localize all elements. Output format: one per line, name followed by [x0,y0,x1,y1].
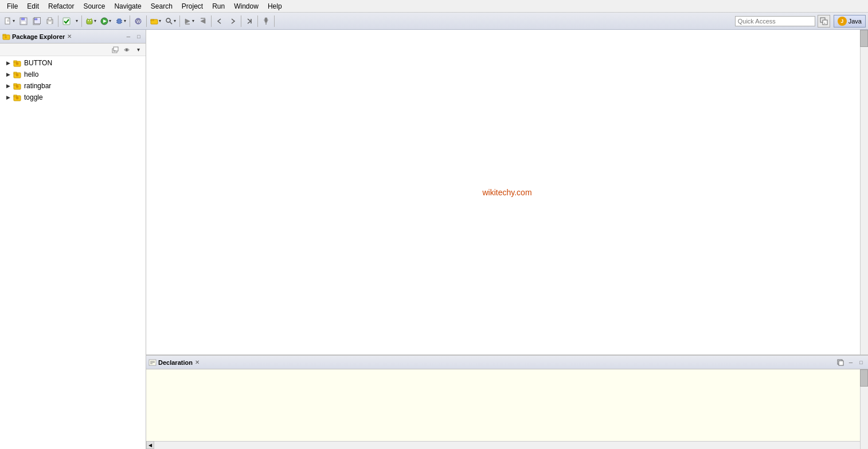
main-layout: Package Explorer ✕ ─ □ [0,30,868,449]
quick-access-area: + J Java [735,15,866,27]
link-with-editor-icon [123,46,131,54]
next-edit-button[interactable] [243,15,256,27]
svg-line-17 [87,18,88,19]
search-tool-button[interactable]: ▾ [163,15,178,27]
decl-scrollbar-v-thumb[interactable] [860,369,868,387]
maximize-panel-button[interactable]: □ [134,33,143,41]
svg-point-56 [16,73,19,76]
next-annotation-icon [183,17,191,25]
declaration-icon [148,359,157,367]
icon-button [13,58,22,68]
java-label: Java [849,18,862,25]
package-explorer-title: Package Explorer [12,33,65,40]
menu-file[interactable]: File [2,1,22,11]
arrow-toggle: ▶ [5,94,11,101]
svg-point-59 [16,85,19,88]
debug-button[interactable]: ▾ [114,15,128,27]
java-perspective-button[interactable]: J Java [834,15,866,27]
decl-scrollbar-v[interactable] [860,369,868,449]
prev-annotation-icon [199,17,207,25]
panel-controls: ─ □ [124,33,143,41]
menu-help[interactable]: Help [263,1,287,11]
open-button[interactable]: ▾ [148,15,163,27]
svg-line-18 [91,18,92,19]
save-icon [19,17,28,25]
minimize-panel-button[interactable]: ─ [124,33,133,41]
svg-rect-11 [48,18,52,20]
decl-scrollbar-left-arrow[interactable]: ◀ [146,441,154,449]
check-dropdown-button[interactable]: ▾ [73,15,80,27]
menu-run[interactable]: Run [208,1,229,11]
run-button[interactable]: ▾ [99,15,113,27]
pin-button[interactable] [260,15,272,27]
android-arrow: ▾ [94,18,96,23]
back-icon [216,17,224,25]
menu-navigate[interactable]: Navigate [110,1,146,11]
perspective-open-icon: + [820,17,828,25]
arrow-button: ▶ [5,60,11,66]
forward-button[interactable] [226,15,239,27]
svg-text:W: W [136,19,141,24]
prev-annotation-button[interactable] [197,15,209,27]
editor-area[interactable]: wikitechy.com [146,30,868,355]
new-android-button[interactable]: ▾ [84,15,98,27]
folder-icon [150,17,158,25]
editor-scrollbar[interactable] [860,30,868,355]
forward-icon [229,17,237,25]
menu-search[interactable]: Search [146,1,177,11]
android-icon [85,17,93,25]
menu-source[interactable]: Source [79,1,110,11]
link-with-editor-button[interactable] [122,45,132,55]
package-explorer-close[interactable]: ✕ [67,33,72,40]
svg-rect-55 [14,72,17,74]
back-button[interactable] [213,15,226,27]
perspective-open-button[interactable]: + [818,15,830,27]
save-button[interactable] [17,15,30,27]
decl-scrollbar-h[interactable]: ◀ [146,441,860,449]
svg-rect-29 [151,19,154,21]
next-edit-icon [245,17,253,25]
menu-window[interactable]: Window [229,1,263,11]
icon-ratingbar [13,81,22,90]
declaration-close[interactable]: ✕ [195,359,200,365]
declaration-panel: Declaration ✕ ─ □ [146,355,868,449]
separator-5 [179,15,180,27]
svg-rect-21 [118,19,121,23]
toolbar: ▾ ▾ [0,13,868,30]
view-menu-button[interactable]: ▾ [133,45,143,55]
svg-rect-47 [114,47,118,51]
save-all-icon [33,17,41,25]
editor-scrollbar-thumb[interactable] [860,30,868,47]
svg-rect-6 [21,21,26,24]
next-annotation-button[interactable]: ▾ [182,15,196,27]
separator-1 [58,15,58,27]
collapse-all-button[interactable] [110,45,120,55]
menu-edit[interactable]: Edit [22,1,44,11]
save-all-button[interactable] [30,15,43,27]
sync-button[interactable] [836,359,845,367]
svg-point-45 [5,36,7,38]
maximize-decl-button[interactable]: □ [857,359,866,367]
new-button[interactable]: ▾ [2,15,17,27]
separator-7 [241,15,241,27]
search-tool-icon [165,17,173,25]
tree-item-ratingbar[interactable]: ▶ ratingbar [0,80,146,92]
svg-rect-44 [3,34,6,36]
svg-point-50 [126,49,128,51]
tree-item-button[interactable]: ▶ BUTTON [0,57,146,69]
wipe-icon: W [134,17,142,25]
quick-access-input[interactable] [735,16,815,26]
check-button[interactable] [60,15,73,27]
svg-rect-14 [87,19,92,24]
menu-refactor[interactable]: Refactor [44,1,79,11]
menu-project[interactable]: Project [177,1,208,11]
print-button[interactable] [44,15,56,27]
minimize-decl-button[interactable]: ─ [846,359,855,367]
wipe-button[interactable]: W [132,15,144,27]
tree-item-ratingbar-label: ratingbar [24,82,51,90]
tree-item-hello-label: hello [24,70,38,78]
svg-line-31 [170,22,173,24]
tree-item-toggle[interactable]: ▶ toggle [0,92,146,103]
pin-icon [262,17,270,25]
tree-item-hello[interactable]: ▶ hello [0,69,146,80]
